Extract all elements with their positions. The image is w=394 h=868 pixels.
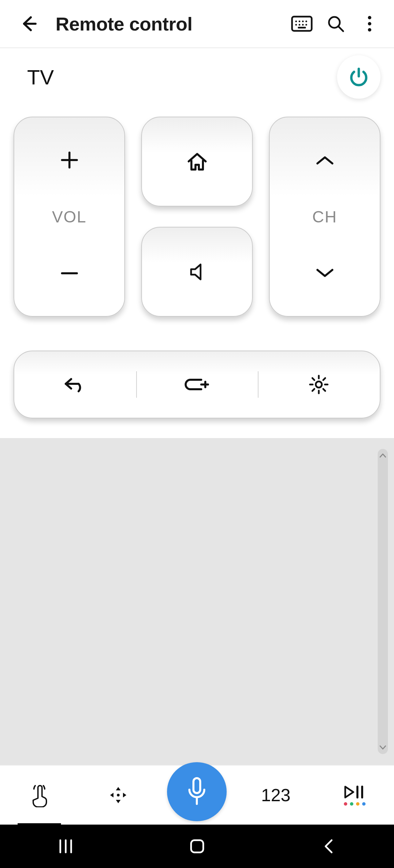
volume-down-button[interactable] xyxy=(14,250,124,297)
svg-rect-1 xyxy=(292,17,312,31)
scroll-up-icon xyxy=(379,453,386,458)
power-icon xyxy=(348,66,370,88)
power-button[interactable] xyxy=(337,55,380,99)
dpad-icon xyxy=(106,783,130,807)
source-button[interactable] xyxy=(136,351,258,418)
scroll-down-icon xyxy=(379,745,386,750)
svg-point-8 xyxy=(302,24,304,26)
playback-mode-button[interactable] xyxy=(315,766,394,825)
svg-point-30 xyxy=(117,794,120,796)
microphone-icon xyxy=(185,775,209,808)
scrollbar[interactable] xyxy=(378,449,388,754)
svg-rect-31 xyxy=(193,778,200,793)
play-pause-icon xyxy=(343,785,366,800)
return-button[interactable] xyxy=(14,351,136,418)
svg-point-15 xyxy=(368,28,371,32)
minus-icon xyxy=(59,262,80,284)
channel-down-button[interactable] xyxy=(270,250,380,297)
svg-rect-38 xyxy=(191,840,203,852)
channel-rocker: CH xyxy=(269,117,380,317)
svg-line-26 xyxy=(312,378,314,380)
svg-line-27 xyxy=(323,389,325,391)
nav-home-button[interactable] xyxy=(131,837,263,855)
nav-back-icon xyxy=(322,838,334,854)
color-dots xyxy=(344,802,366,806)
nav-recents-button[interactable] xyxy=(0,839,131,854)
dpad-mode-button[interactable] xyxy=(79,766,158,825)
page-title: Remote control xyxy=(56,13,283,35)
svg-line-28 xyxy=(323,378,325,380)
svg-point-6 xyxy=(295,24,297,26)
volume-label: VOL xyxy=(52,208,86,226)
svg-point-2 xyxy=(295,21,297,22)
more-vertical-icon xyxy=(367,14,372,33)
svg-point-7 xyxy=(299,24,300,26)
device-name: TV xyxy=(27,65,337,89)
search-icon xyxy=(326,14,345,33)
numbers-mode-button[interactable]: 123 xyxy=(236,766,315,825)
voice-button-slot xyxy=(158,766,236,825)
back-arrow-icon[interactable] xyxy=(14,9,43,39)
arrow-left-icon xyxy=(19,15,38,33)
utility-row xyxy=(14,351,380,418)
recents-icon xyxy=(57,839,75,854)
return-icon xyxy=(63,375,87,394)
svg-point-5 xyxy=(306,21,307,22)
center-column xyxy=(141,117,253,317)
svg-line-12 xyxy=(338,26,343,31)
channel-label: CH xyxy=(312,208,337,226)
home-icon xyxy=(185,150,209,174)
gear-icon xyxy=(309,374,329,395)
chevron-up-icon xyxy=(314,153,336,167)
volume-rocker: VOL xyxy=(14,117,125,317)
chevron-down-icon xyxy=(314,267,336,280)
device-row: TV xyxy=(0,48,394,106)
settings-button[interactable] xyxy=(258,351,380,418)
svg-line-29 xyxy=(312,389,314,391)
active-indicator xyxy=(18,823,61,825)
numbers-label: 123 xyxy=(261,785,291,805)
voice-button[interactable] xyxy=(167,762,227,821)
touch-icon xyxy=(29,783,49,807)
svg-point-3 xyxy=(299,21,300,22)
speaker-icon xyxy=(186,261,208,283)
svg-point-9 xyxy=(306,24,307,26)
trackpad-area[interactable] xyxy=(0,438,394,765)
search-button[interactable] xyxy=(321,9,351,39)
plus-icon xyxy=(59,149,80,171)
mute-button[interactable] xyxy=(141,227,253,317)
remote-grid: VOL CH xyxy=(0,106,394,333)
svg-point-14 xyxy=(368,22,371,25)
source-icon xyxy=(184,376,210,393)
channel-up-button[interactable] xyxy=(270,136,380,184)
nav-home-icon xyxy=(188,837,206,855)
touch-mode-button[interactable] xyxy=(0,766,79,825)
svg-rect-10 xyxy=(298,27,306,28)
volume-up-button[interactable] xyxy=(14,136,124,184)
svg-point-21 xyxy=(316,381,322,388)
home-button[interactable] xyxy=(141,117,253,206)
more-options-button[interactable] xyxy=(355,9,385,39)
nav-back-button[interactable] xyxy=(263,838,394,854)
mode-bar: 123 xyxy=(0,765,394,825)
keyboard-icon xyxy=(291,16,313,32)
app-bar: Remote control xyxy=(0,0,394,47)
svg-point-13 xyxy=(368,16,371,19)
keyboard-button[interactable] xyxy=(287,9,317,39)
svg-point-4 xyxy=(302,21,304,22)
android-nav-bar xyxy=(0,825,394,868)
